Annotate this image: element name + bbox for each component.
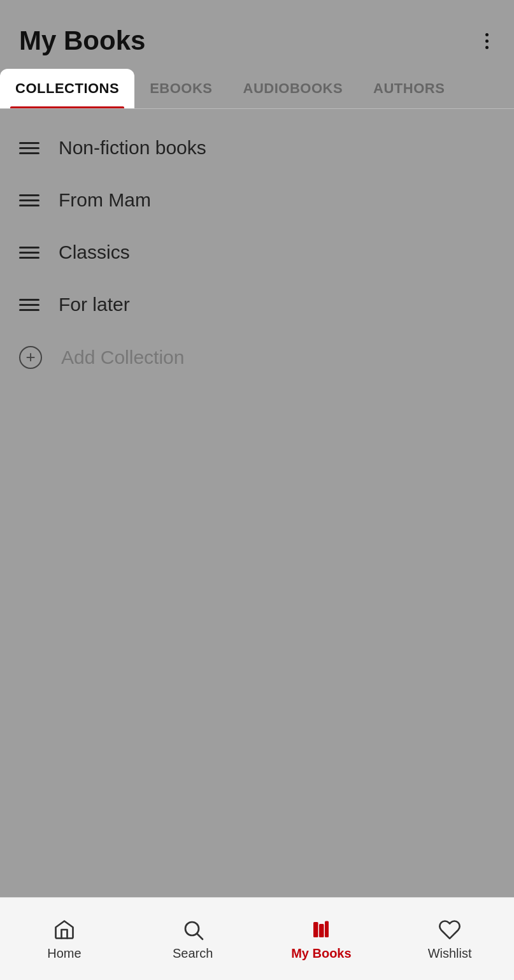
nav-home-label: Home: [47, 946, 81, 961]
add-collection-button[interactable]: Add Collection: [0, 331, 514, 384]
bottom-nav: Home Search My Books Wishlist: [0, 897, 514, 980]
add-circle-icon: [19, 346, 42, 369]
collection-name: Classics: [59, 241, 130, 263]
nav-search[interactable]: Search: [129, 911, 257, 967]
nav-wishlist[interactable]: Wishlist: [385, 911, 514, 967]
list-item[interactable]: From Mam: [0, 174, 514, 226]
collection-name: For later: [59, 294, 130, 315]
tab-collections[interactable]: COLLECTIONS: [0, 69, 134, 108]
nav-wishlist-label: Wishlist: [428, 946, 472, 961]
nav-search-label: Search: [173, 946, 213, 961]
nav-home[interactable]: Home: [0, 911, 129, 967]
list-item[interactable]: Classics: [0, 226, 514, 278]
page-title: My Books: [19, 25, 145, 56]
nav-mybooks-label: My Books: [291, 946, 351, 961]
list-item[interactable]: For later: [0, 278, 514, 331]
drag-handle-icon: [19, 142, 39, 154]
svg-rect-3: [319, 924, 324, 937]
add-collection-label: Add Collection: [61, 347, 184, 368]
drag-handle-icon: [19, 299, 39, 311]
more-options-button[interactable]: [479, 27, 495, 55]
header: My Books: [0, 0, 514, 69]
collection-name: Non-fiction books: [59, 137, 206, 159]
svg-rect-2: [313, 922, 318, 937]
svg-line-1: [197, 934, 202, 939]
tab-audiobooks[interactable]: AUDIOBOOKS: [228, 69, 359, 108]
wishlist-icon: [437, 917, 462, 942]
home-icon: [52, 917, 77, 942]
svg-rect-4: [325, 921, 329, 938]
tab-ebooks[interactable]: EBOOKS: [134, 69, 227, 108]
list-item[interactable]: Non-fiction books: [0, 122, 514, 174]
search-icon: [180, 917, 206, 942]
nav-mybooks[interactable]: My Books: [257, 911, 386, 967]
collections-list: Non-fiction books From Mam Classics For …: [0, 109, 514, 897]
drag-handle-icon: [19, 194, 39, 206]
tab-authors[interactable]: AUTHORS: [358, 69, 460, 108]
collection-name: From Mam: [59, 189, 151, 211]
drag-handle-icon: [19, 247, 39, 259]
mybooks-icon: [308, 917, 334, 942]
main-content: My Books COLLECTIONS EBOOKS AUDIOBOOKS A…: [0, 0, 514, 897]
tabs-container: COLLECTIONS EBOOKS AUDIOBOOKS AUTHORS: [0, 69, 514, 109]
